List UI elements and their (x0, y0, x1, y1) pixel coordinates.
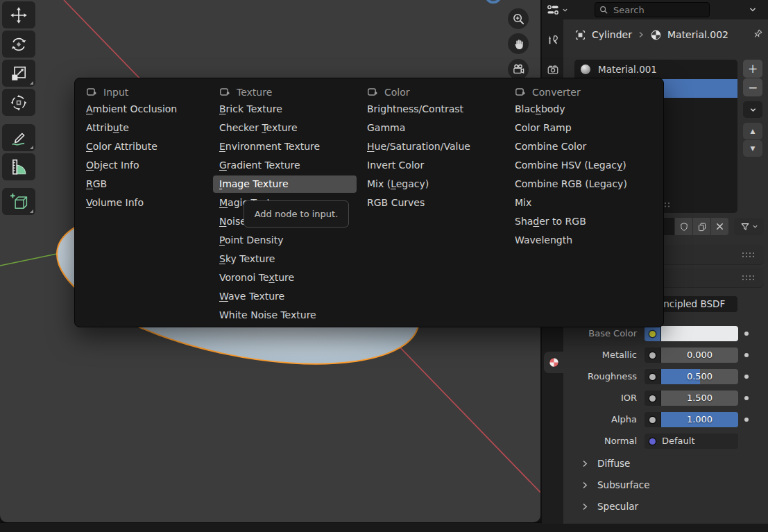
panel-grip-icon[interactable] (742, 275, 756, 281)
socket-button[interactable] (645, 326, 661, 341)
editor-type-button[interactable] (545, 2, 576, 17)
value-slider[interactable]: 0.500 (661, 369, 738, 384)
add-cube-tool-button[interactable] (2, 188, 35, 215)
menu-item-environment-texture[interactable]: Environment Texture (213, 138, 357, 155)
menu-item-mix-legacy-[interactable]: Mix (Legacy) (361, 175, 504, 193)
menu-item-rgb[interactable]: RGB (80, 175, 209, 193)
subpanel-label: Specular (597, 501, 638, 512)
slider-value: 1.500 (661, 391, 738, 406)
hand-view-button[interactable] (508, 33, 529, 54)
menu-item-shader-to-rgb[interactable]: Shader to RGB (509, 213, 658, 230)
tab-tool[interactable] (545, 31, 561, 48)
status-bar (0, 522, 768, 532)
tab-render[interactable] (545, 61, 561, 78)
menu-item-rgb-curves[interactable]: RGB Curves (361, 194, 504, 212)
material-slot-row[interactable]: Material.001 (574, 60, 737, 78)
menu-item-mix[interactable]: Mix (509, 194, 658, 212)
filter-dropdown-button[interactable] (734, 218, 764, 235)
menu-item-sky-texture[interactable]: Sky Texture (213, 250, 357, 268)
chevron-right-icon (581, 460, 588, 467)
panel-grip-icon[interactable] (742, 252, 756, 258)
subpanel-subsurface[interactable]: Subsurface (565, 476, 764, 494)
subpanel-label: Diffuse (597, 458, 630, 469)
menu-item-hue-saturation-value[interactable]: Hue/Saturation/Value (361, 138, 504, 155)
search-input[interactable] (612, 4, 705, 16)
remove-slot-button[interactable]: − (743, 78, 762, 96)
menu-item-voronoi-texture[interactable]: Voronoi Texture (213, 269, 357, 286)
filter-options-button[interactable] (746, 3, 760, 16)
annotate-tool-button[interactable] (2, 124, 35, 151)
menu-item-combine-color[interactable]: Combine Color (509, 138, 658, 155)
socket-button[interactable] (645, 347, 661, 363)
zoom-view-button[interactable] (508, 8, 529, 29)
chevron-right-icon (581, 481, 588, 489)
decorator-dot[interactable] (744, 332, 749, 336)
socket-button[interactable] (645, 434, 660, 449)
fake-user-button[interactable] (675, 218, 692, 235)
socket-button[interactable] (645, 369, 661, 384)
unlink-material-button[interactable] (711, 218, 728, 235)
color-swatch[interactable] (661, 326, 738, 341)
decorator-dot[interactable] (744, 353, 749, 357)
copy-material-button[interactable] (693, 218, 710, 235)
pin-button[interactable] (752, 28, 765, 41)
funnel-icon (740, 221, 751, 232)
menu-item-point-density[interactable]: Point Density (213, 232, 357, 249)
subpanel-diffuse[interactable]: Diffuse (565, 454, 764, 472)
menu-item-brick-texture[interactable]: Brick Texture (213, 101, 357, 118)
value-slider[interactable]: 0.000 (661, 347, 738, 363)
menu-item-color-ramp[interactable]: Color Ramp (509, 119, 658, 137)
value-socket-icon (649, 352, 656, 359)
menu-item-brightness-contrast[interactable]: Brightness/Contrast (361, 101, 504, 118)
tooltip: Add node to input. (244, 200, 349, 228)
decorator-dot[interactable] (744, 418, 749, 422)
menu-item-attribute[interactable]: Attribute (80, 119, 209, 137)
properties-search[interactable] (595, 2, 710, 17)
breadcrumb-material-name[interactable]: Material.002 (667, 29, 728, 40)
input-row-normal: NormalDefault (542, 434, 768, 449)
menu-item-wave-texture[interactable]: Wave Texture (213, 288, 357, 305)
menu-item-blackbody[interactable]: Blackbody (509, 101, 658, 118)
move-tool-button[interactable] (2, 1, 35, 28)
menu-item-combine-rgb-legacy-[interactable]: Combine RGB (Legacy) (509, 175, 658, 193)
measure-tool-button[interactable] (2, 153, 35, 180)
menu-item-ambient-occlusion[interactable]: Ambient Occlusion (80, 101, 209, 118)
menu-item-color-attribute[interactable]: Color Attribute (80, 138, 209, 155)
socket-button[interactable] (645, 412, 661, 427)
subpanel-transmission[interactable]: Transmission (565, 519, 764, 524)
camera-view-button[interactable] (508, 59, 529, 80)
socket-button[interactable] (645, 391, 661, 406)
decorator-dot[interactable] (744, 375, 749, 379)
normal-field[interactable]: Default (660, 434, 738, 449)
rotate-tool-button[interactable] (2, 31, 35, 58)
menu-item-gradient-texture[interactable]: Gradient Texture (213, 157, 357, 174)
breadcrumb: Cylinder Material.002 (574, 26, 728, 43)
menu-item-volume-info[interactable]: Volume Info (80, 194, 209, 212)
menu-item-gamma[interactable]: Gamma (361, 119, 504, 137)
transform-tool-button[interactable] (2, 89, 35, 116)
breadcrumb-object-name[interactable]: Cylinder (592, 29, 632, 40)
decorator-dot[interactable] (744, 396, 749, 400)
menu-item-checker-texture[interactable]: Checker Texture (213, 119, 357, 137)
menu-item-image-texture[interactable]: Image Texture (213, 175, 357, 193)
copy-icon (697, 222, 707, 232)
move-slot-up-button[interactable]: ▲ (743, 123, 762, 139)
value-slider[interactable]: 1.000 (661, 412, 738, 427)
menu-item-object-info[interactable]: Object Info (80, 157, 209, 174)
menu-column-header: Converter (509, 84, 581, 101)
move-slot-down-button[interactable]: ▼ (743, 140, 762, 157)
list-resize-grip[interactable] (663, 201, 672, 208)
subpanel-specular[interactable]: Specular (565, 497, 764, 515)
add-node-menu: InputAmbient OcclusionAttributeColor Att… (74, 78, 664, 327)
menu-item-combine-hsv-legacy-[interactable]: Combine HSV (Legacy) (509, 157, 658, 174)
menu-item-invert-color[interactable]: Invert Color (361, 157, 504, 174)
scale-tool-button[interactable] (2, 60, 35, 87)
subpanel-label: Transmission (597, 522, 658, 524)
menu-column-header: Color (361, 84, 410, 101)
menu-item-white-noise-texture[interactable]: White Noise Texture (213, 307, 357, 324)
add-slot-button[interactable]: + (743, 60, 762, 78)
menu-item-wavelength[interactable]: Wavelength (509, 232, 658, 249)
slot-specials-button[interactable] (743, 101, 762, 118)
navigation-gizmo[interactable] (486, 0, 501, 3)
value-slider[interactable]: 1.500 (661, 391, 738, 406)
